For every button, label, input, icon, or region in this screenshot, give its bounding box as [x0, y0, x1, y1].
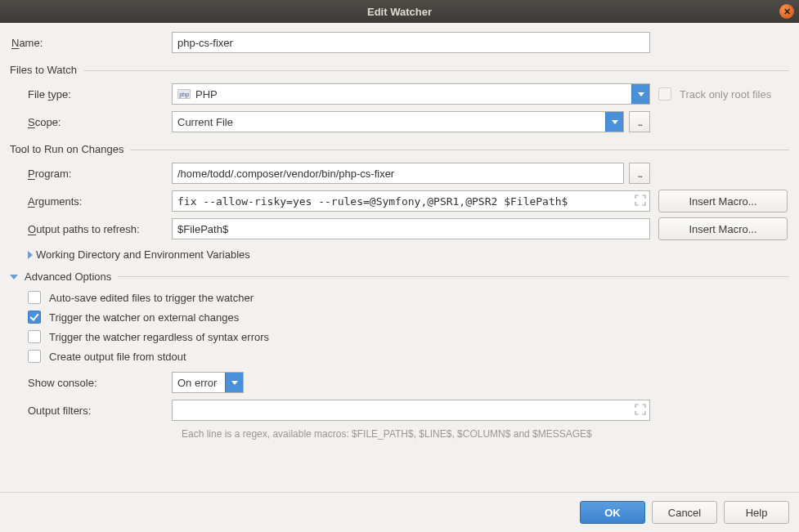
scope-browse-button[interactable]: ...: [629, 111, 650, 132]
dialog-content: Name: Files to Watch File type: php PHP …: [0, 23, 799, 492]
trigger-syntax-checkbox[interactable]: Trigger the watcher regardless of syntax…: [28, 330, 789, 343]
php-file-icon: php: [177, 89, 191, 99]
close-icon[interactable]: ✕: [779, 4, 794, 19]
cancel-button[interactable]: Cancel: [652, 501, 717, 524]
file-type-value: PHP: [195, 88, 218, 101]
insert-macro-args-button[interactable]: Insert Macro...: [658, 190, 788, 212]
arguments-input[interactable]: [172, 190, 650, 212]
chevron-down-icon[interactable]: [225, 373, 243, 392]
output-filters-hint: Each line is a regex, available macros: …: [182, 428, 789, 440]
chevron-down-icon: [10, 275, 18, 279]
track-only-root-checkbox: Track only root files: [658, 87, 771, 101]
file-type-combo[interactable]: php PHP: [172, 83, 650, 105]
name-label: ame:: [19, 37, 43, 49]
chevron-right-icon: [28, 251, 33, 259]
name-input[interactable]: [172, 32, 650, 53]
section-tool-to-run: Tool to Run on Changes: [10, 143, 789, 155]
chevron-down-icon[interactable]: [631, 84, 649, 104]
insert-macro-output-button[interactable]: Insert Macro...: [658, 217, 788, 240]
chevron-down-icon[interactable]: [605, 112, 623, 132]
scope-combo[interactable]: Current File: [172, 111, 624, 132]
program-browse-button[interactable]: ...: [629, 163, 650, 184]
scope-value: Current File: [177, 116, 233, 128]
show-console-label: Show console:: [28, 377, 97, 389]
output-paths-input[interactable]: [172, 218, 650, 239]
output-filters-input[interactable]: [172, 400, 650, 421]
working-dir-expander[interactable]: Working Directory and Environment Variab…: [10, 248, 789, 261]
advanced-options-expander[interactable]: Advanced Options: [10, 270, 789, 283]
help-button[interactable]: Help: [724, 501, 789, 524]
section-files-to-watch: Files to Watch: [10, 64, 789, 76]
output-filters-label: Output filters:: [28, 405, 91, 417]
show-console-combo[interactable]: On error: [172, 372, 244, 393]
dialog-footer: OK Cancel Help: [0, 492, 799, 532]
auto-save-checkbox[interactable]: Auto-save edited files to trigger the wa…: [28, 291, 789, 304]
create-stdout-checkbox[interactable]: Create output file from stdout: [28, 350, 789, 363]
program-input[interactable]: [172, 163, 624, 184]
window-title: Edit Watcher: [367, 6, 432, 18]
trigger-external-checkbox[interactable]: Trigger the watcher on external changes: [28, 311, 789, 324]
titlebar: Edit Watcher ✕: [0, 0, 799, 23]
show-console-value: On error: [177, 377, 217, 389]
ok-button[interactable]: OK: [580, 501, 645, 524]
